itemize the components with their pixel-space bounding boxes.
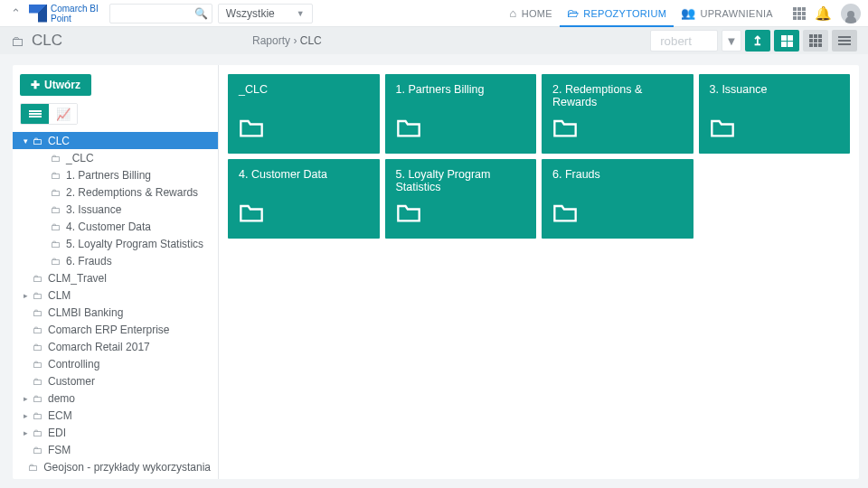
top-nav: ⌂ HOME 🗁 REPOZYTORIUM 👥 UPRAWNIENIA — [502, 0, 780, 27]
folder-open-icon: 🗁 — [567, 6, 579, 20]
folder-tile[interactable]: 1. Partners Billing — [385, 74, 537, 154]
tree-label: ECM — [48, 409, 72, 422]
folder-icon: 🗀 — [51, 187, 61, 198]
folder-tile[interactable]: 2. Redemptions & Rewards — [542, 74, 693, 154]
tree-label: 2. Redemptions & Rewards — [66, 186, 198, 199]
view-details-button[interactable] — [803, 30, 828, 52]
tree-item[interactable]: 🗀ECM — [13, 407, 218, 424]
tree-item[interactable]: 🗀EDI — [13, 424, 218, 441]
tree-label: CLMBI Banking — [48, 306, 123, 319]
folder-icon: 🗀 — [51, 221, 61, 232]
tree-item[interactable]: 🗀4. Customer Data — [13, 218, 218, 235]
apps-grid-icon[interactable] — [793, 7, 806, 20]
nav-uprawnienia[interactable]: 👥 UPRAWNIENIA — [674, 0, 780, 27]
folder-icon: 🗀 — [51, 204, 61, 215]
expand-icon[interactable] — [18, 428, 33, 437]
collapse-icon[interactable]: ⌃ — [7, 6, 24, 20]
tile-label: 2. Redemptions & Rewards — [552, 83, 683, 108]
view-tiles-button[interactable] — [774, 30, 799, 52]
tree-item[interactable]: 🗀demo — [13, 389, 218, 407]
brand-logo[interactable]: Comarch BI Point — [29, 4, 99, 23]
tree-item[interactable]: 🗀Comarch Retail 2017 — [13, 338, 218, 355]
nav-label: HOME — [522, 8, 552, 19]
up-level-button[interactable]: ↥ — [745, 30, 770, 52]
sidebar-view-toggle: 📈 — [20, 103, 78, 125]
folder-icon: 🗀 — [33, 427, 42, 438]
tree-label: 4. Customer Data — [66, 221, 151, 233]
folder-tile[interactable]: 5. Loyalty Program Statistics — [385, 159, 537, 239]
folder-icon: 🗀 — [33, 307, 42, 318]
search-input-wrap[interactable]: 🔍 — [109, 4, 212, 23]
expand-icon[interactable] — [18, 411, 33, 420]
avatar[interactable] — [841, 4, 861, 23]
grid3-icon — [809, 34, 822, 47]
filter-select[interactable]: Wszystkie ▼ — [218, 4, 313, 23]
view-list-button[interactable] — [832, 30, 857, 52]
tree-item[interactable]: 🗀1. Partners Billing — [13, 166, 218, 183]
tree-label: 1. Partners Billing — [66, 169, 151, 182]
folder-tile[interactable]: _CLC — [228, 74, 380, 154]
tree-label: 6. Frauds — [66, 255, 112, 267]
content: _CLC 1. Partners Billing 2. Redemptions … — [219, 65, 859, 479]
folder-icon: 🗀 — [33, 376, 42, 387]
folder-tile[interactable]: 6. Frauds — [542, 159, 693, 239]
tree-label: Globe- Telco - demo — [48, 478, 146, 480]
tile-label: 5. Loyalty Program Statistics — [396, 168, 526, 193]
tree-label: EDI — [48, 427, 66, 439]
nav-home[interactable]: ⌂ HOME — [502, 0, 559, 27]
breadcrumb-bar: 🗀 CLC Raporty › CLC robert ▼ ↥ — [0, 27, 868, 54]
tree-label: Comarch ERP Enterprise — [48, 324, 170, 336]
tree-item[interactable]: 🗀6. Frauds — [13, 252, 218, 269]
tree-item[interactable]: 🗀CLM — [13, 286, 218, 304]
folder-icon: 🗀 — [33, 479, 42, 480]
tree-item[interactable]: 🗀Customer — [13, 372, 218, 389]
page-title: CLC — [32, 32, 62, 50]
search-input[interactable] — [110, 7, 192, 20]
tile-label: 3. Issuance — [710, 83, 840, 96]
brand-text: Comarch BI Point — [51, 4, 99, 23]
user-select[interactable]: robert — [650, 30, 718, 52]
tree-label: Geojson - przykłady wykorzystania — [43, 461, 211, 474]
folder-icon: 🗀 — [33, 324, 42, 335]
expand-icon[interactable] — [18, 394, 33, 403]
tree-label: Customer — [48, 375, 95, 388]
folder-tile[interactable]: 3. Issuance — [699, 74, 851, 154]
tree-item[interactable]: 🗀Globe- Telco - demo — [13, 475, 218, 479]
user-select-caret[interactable]: ▼ — [722, 30, 741, 52]
tile-label: 1. Partners Billing — [396, 83, 526, 96]
nav-label: UPRAWNIENIA — [700, 8, 773, 19]
tree-label: CLM — [48, 289, 71, 302]
folder-icon — [396, 117, 526, 145]
toggle-table-view[interactable] — [21, 104, 49, 124]
folder-icon: 🗀 — [33, 342, 42, 352]
search-icon[interactable]: 🔍 — [192, 7, 212, 20]
tree-item[interactable]: 🗀Controlling — [13, 355, 218, 372]
tree-item[interactable]: 🗀CLMBI Banking — [13, 304, 218, 321]
tree-root[interactable]: 🗀 CLC — [13, 132, 218, 149]
tile-label: _CLC — [239, 83, 369, 96]
tree-item[interactable]: 🗀_CLC — [13, 149, 218, 166]
expand-icon[interactable] — [18, 136, 33, 145]
breadcrumb[interactable]: Raporty › CLC — [252, 34, 322, 47]
folder-tile[interactable]: 4. Customer Data — [228, 159, 380, 239]
tree-item[interactable]: 🗀Geojson - przykłady wykorzystania — [13, 458, 218, 475]
arrow-up-icon: ↥ — [752, 33, 763, 48]
folder-icon: 🗀 — [33, 136, 42, 146]
expand-icon[interactable] — [18, 291, 33, 300]
bell-icon[interactable]: 🔔 — [815, 6, 832, 20]
folder-icon — [239, 117, 369, 145]
tree-item[interactable]: 🗀2. Redemptions & Rewards — [13, 183, 218, 201]
tree-item[interactable]: 🗀Comarch ERP Enterprise — [13, 321, 218, 338]
create-button[interactable]: ✚ Utwórz — [20, 74, 91, 96]
tree-item[interactable]: 🗀CLM_Travel — [13, 269, 218, 286]
folder-icon: 🗀 — [33, 445, 42, 455]
tile-label: 4. Customer Data — [239, 168, 369, 181]
top-icons: 🔔 — [786, 4, 861, 23]
tree-item[interactable]: 🗀FSM — [13, 441, 218, 458]
tree-label: CLM_Travel — [48, 272, 107, 285]
tree-item[interactable]: 🗀5. Loyalty Program Statistics — [13, 235, 218, 252]
home-icon: ⌂ — [509, 6, 516, 20]
nav-repozytorium[interactable]: 🗁 REPOZYTORIUM — [560, 0, 674, 27]
toggle-chart-view[interactable]: 📈 — [49, 104, 77, 124]
tree-item[interactable]: 🗀3. Issuance — [13, 201, 218, 218]
